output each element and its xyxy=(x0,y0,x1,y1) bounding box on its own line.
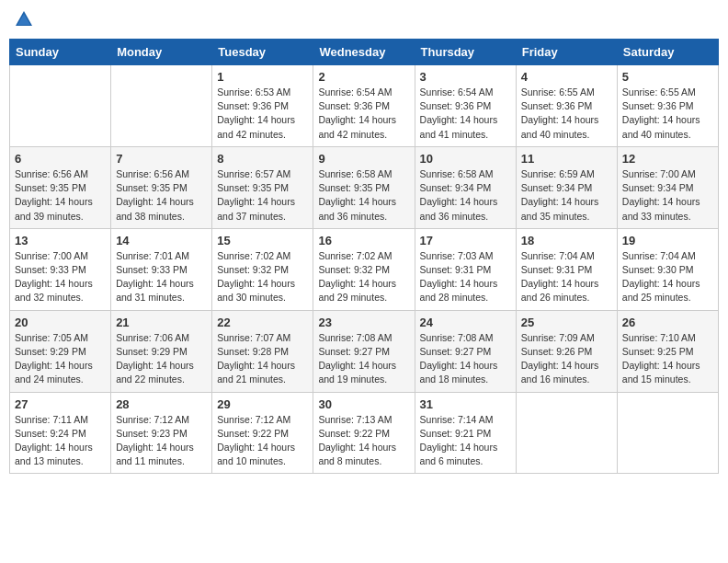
calendar-cell xyxy=(617,392,718,474)
day-info: Sunrise: 7:02 AM Sunset: 9:32 PM Dayligh… xyxy=(217,249,308,305)
day-number: 27 xyxy=(15,397,106,411)
calendar-cell: 28Sunrise: 7:12 AM Sunset: 9:23 PM Dayli… xyxy=(111,392,212,474)
day-info: Sunrise: 7:03 AM Sunset: 9:31 PM Dayligh… xyxy=(420,249,511,305)
calendar-cell: 21Sunrise: 7:06 AM Sunset: 9:29 PM Dayli… xyxy=(111,310,212,392)
day-info: Sunrise: 7:04 AM Sunset: 9:31 PM Dayligh… xyxy=(521,249,612,305)
calendar-cell: 4Sunrise: 6:55 AM Sunset: 9:36 PM Daylig… xyxy=(516,65,617,147)
calendar-cell xyxy=(516,392,617,474)
calendar-week-5: 27Sunrise: 7:11 AM Sunset: 9:24 PM Dayli… xyxy=(10,392,719,474)
day-info: Sunrise: 6:54 AM Sunset: 9:36 PM Dayligh… xyxy=(420,86,511,142)
day-info: Sunrise: 7:12 AM Sunset: 9:22 PM Dayligh… xyxy=(217,413,308,469)
day-info: Sunrise: 7:07 AM Sunset: 9:28 PM Dayligh… xyxy=(217,331,308,387)
day-info: Sunrise: 6:58 AM Sunset: 9:34 PM Dayligh… xyxy=(420,167,511,224)
day-number: 28 xyxy=(116,397,207,411)
day-info: Sunrise: 7:14 AM Sunset: 9:21 PM Dayligh… xyxy=(420,413,511,469)
calendar-cell: 15Sunrise: 7:02 AM Sunset: 9:32 PM Dayli… xyxy=(212,228,313,310)
calendar-cell: 2Sunrise: 6:54 AM Sunset: 9:36 PM Daylig… xyxy=(313,65,415,147)
day-number: 3 xyxy=(420,70,511,84)
day-info: Sunrise: 7:05 AM Sunset: 9:29 PM Dayligh… xyxy=(15,331,106,387)
day-info: Sunrise: 7:04 AM Sunset: 9:30 PM Dayligh… xyxy=(622,249,713,305)
day-info: Sunrise: 6:54 AM Sunset: 9:36 PM Dayligh… xyxy=(318,86,409,142)
day-number: 14 xyxy=(116,234,207,247)
calendar-cell: 3Sunrise: 6:54 AM Sunset: 9:36 PM Daylig… xyxy=(415,65,516,147)
day-number: 11 xyxy=(521,152,612,166)
day-number: 17 xyxy=(420,234,511,247)
day-number: 26 xyxy=(622,316,713,329)
day-info: Sunrise: 7:00 AM Sunset: 9:34 PM Dayligh… xyxy=(622,167,713,224)
day-info: Sunrise: 7:06 AM Sunset: 9:29 PM Dayligh… xyxy=(116,331,207,387)
calendar-cell: 1Sunrise: 6:53 AM Sunset: 9:36 PM Daylig… xyxy=(212,65,313,147)
day-number: 12 xyxy=(622,152,713,166)
day-info: Sunrise: 7:09 AM Sunset: 9:26 PM Dayligh… xyxy=(521,331,612,387)
calendar-week-2: 6Sunrise: 6:56 AM Sunset: 9:35 PM Daylig… xyxy=(10,146,719,228)
day-info: Sunrise: 7:11 AM Sunset: 9:24 PM Dayligh… xyxy=(15,413,106,469)
calendar-cell: 29Sunrise: 7:12 AM Sunset: 9:22 PM Dayli… xyxy=(212,392,313,474)
day-number: 8 xyxy=(217,152,308,166)
day-info: Sunrise: 7:02 AM Sunset: 9:32 PM Dayligh… xyxy=(318,249,409,305)
day-number: 15 xyxy=(217,234,308,247)
day-info: Sunrise: 6:55 AM Sunset: 9:36 PM Dayligh… xyxy=(622,86,713,142)
calendar-cell: 12Sunrise: 7:00 AM Sunset: 9:34 PM Dayli… xyxy=(617,146,718,228)
day-info: Sunrise: 6:53 AM Sunset: 9:36 PM Dayligh… xyxy=(217,86,308,142)
calendar-cell: 8Sunrise: 6:57 AM Sunset: 9:35 PM Daylig… xyxy=(212,146,313,228)
day-number: 9 xyxy=(318,152,409,166)
calendar-cell: 5Sunrise: 6:55 AM Sunset: 9:36 PM Daylig… xyxy=(617,65,718,147)
calendar-header-row: SundayMondayTuesdayWednesdayThursdayFrid… xyxy=(10,40,719,65)
day-info: Sunrise: 6:56 AM Sunset: 9:35 PM Dayligh… xyxy=(116,167,207,224)
day-info: Sunrise: 7:00 AM Sunset: 9:33 PM Dayligh… xyxy=(15,249,106,305)
weekday-header-tuesday: Tuesday xyxy=(212,40,313,65)
page-header xyxy=(9,9,719,29)
day-number: 25 xyxy=(521,316,612,329)
day-number: 29 xyxy=(217,397,308,411)
weekday-header-thursday: Thursday xyxy=(415,40,516,65)
calendar-cell xyxy=(111,65,212,147)
day-info: Sunrise: 6:56 AM Sunset: 9:35 PM Dayligh… xyxy=(15,167,106,224)
calendar-cell: 20Sunrise: 7:05 AM Sunset: 9:29 PM Dayli… xyxy=(10,310,111,392)
day-info: Sunrise: 7:01 AM Sunset: 9:33 PM Dayligh… xyxy=(116,249,207,305)
calendar-cell: 30Sunrise: 7:13 AM Sunset: 9:22 PM Dayli… xyxy=(313,392,415,474)
calendar-cell: 10Sunrise: 6:58 AM Sunset: 9:34 PM Dayli… xyxy=(415,146,516,228)
calendar-cell: 31Sunrise: 7:14 AM Sunset: 9:21 PM Dayli… xyxy=(415,392,516,474)
calendar-cell: 16Sunrise: 7:02 AM Sunset: 9:32 PM Dayli… xyxy=(313,228,415,310)
weekday-header-wednesday: Wednesday xyxy=(313,40,415,65)
calendar-cell: 26Sunrise: 7:10 AM Sunset: 9:25 PM Dayli… xyxy=(617,310,718,392)
day-info: Sunrise: 6:59 AM Sunset: 9:34 PM Dayligh… xyxy=(521,167,612,224)
day-number: 22 xyxy=(217,316,308,329)
weekday-header-monday: Monday xyxy=(111,40,212,65)
day-info: Sunrise: 7:08 AM Sunset: 9:27 PM Dayligh… xyxy=(420,331,511,387)
calendar-week-4: 20Sunrise: 7:05 AM Sunset: 9:29 PM Dayli… xyxy=(10,310,719,392)
day-info: Sunrise: 6:58 AM Sunset: 9:35 PM Dayligh… xyxy=(318,167,409,224)
calendar-cell: 27Sunrise: 7:11 AM Sunset: 9:24 PM Dayli… xyxy=(10,392,111,474)
day-info: Sunrise: 7:12 AM Sunset: 9:23 PM Dayligh… xyxy=(116,413,207,469)
day-number: 7 xyxy=(116,152,207,166)
calendar-cell: 25Sunrise: 7:09 AM Sunset: 9:26 PM Dayli… xyxy=(516,310,617,392)
day-info: Sunrise: 7:08 AM Sunset: 9:27 PM Dayligh… xyxy=(318,331,409,387)
day-number: 10 xyxy=(420,152,511,166)
calendar-week-3: 13Sunrise: 7:00 AM Sunset: 9:33 PM Dayli… xyxy=(10,228,719,310)
calendar-cell: 18Sunrise: 7:04 AM Sunset: 9:31 PM Dayli… xyxy=(516,228,617,310)
day-number: 2 xyxy=(318,70,409,84)
day-number: 16 xyxy=(318,234,409,247)
logo xyxy=(14,9,36,29)
calendar-cell: 7Sunrise: 6:56 AM Sunset: 9:35 PM Daylig… xyxy=(111,146,212,228)
day-number: 13 xyxy=(15,234,106,247)
day-number: 23 xyxy=(318,316,409,329)
day-number: 20 xyxy=(15,316,106,329)
day-info: Sunrise: 6:55 AM Sunset: 9:36 PM Dayligh… xyxy=(521,86,612,142)
day-number: 31 xyxy=(420,397,511,411)
day-number: 5 xyxy=(622,70,713,84)
day-number: 19 xyxy=(622,234,713,247)
calendar-cell xyxy=(10,65,111,147)
calendar-cell: 23Sunrise: 7:08 AM Sunset: 9:27 PM Dayli… xyxy=(313,310,415,392)
weekday-header-friday: Friday xyxy=(516,40,617,65)
day-number: 24 xyxy=(420,316,511,329)
logo-icon xyxy=(14,9,34,29)
day-number: 21 xyxy=(116,316,207,329)
calendar-cell: 6Sunrise: 6:56 AM Sunset: 9:35 PM Daylig… xyxy=(10,146,111,228)
day-number: 30 xyxy=(318,397,409,411)
calendar-week-1: 1Sunrise: 6:53 AM Sunset: 9:36 PM Daylig… xyxy=(10,65,719,147)
calendar-cell: 14Sunrise: 7:01 AM Sunset: 9:33 PM Dayli… xyxy=(111,228,212,310)
day-number: 18 xyxy=(521,234,612,247)
calendar-cell: 17Sunrise: 7:03 AM Sunset: 9:31 PM Dayli… xyxy=(415,228,516,310)
day-number: 4 xyxy=(521,70,612,84)
